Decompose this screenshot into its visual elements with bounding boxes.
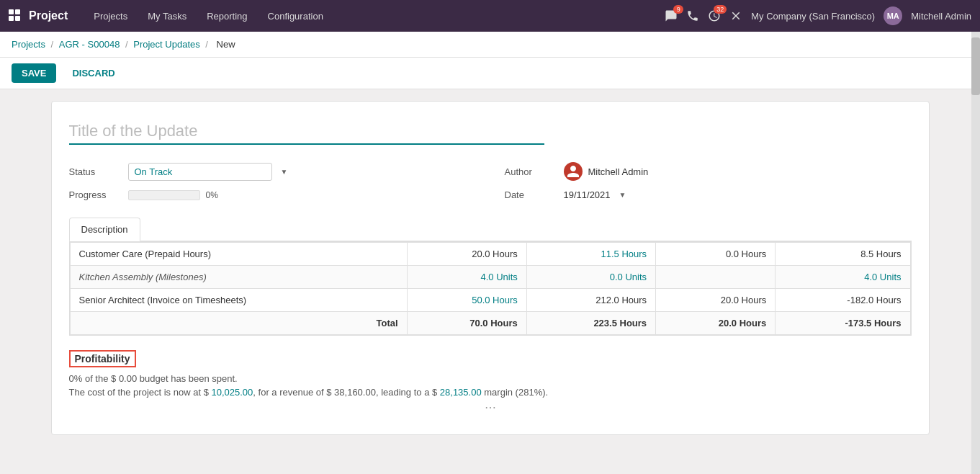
nav-projects[interactable]: Projects	[85, 6, 136, 26]
phone-icon[interactable]	[686, 9, 699, 22]
close-icon[interactable]	[729, 9, 742, 22]
row-col2-2: 212.0 Hours	[526, 289, 655, 312]
table-row: Kitchen Assembly (Milestones) 4.0 Units …	[70, 266, 910, 289]
description-table: Customer Care (Prepaid Hours) 20.0 Hours…	[70, 242, 911, 335]
svg-rect-2	[9, 16, 14, 21]
breadcrumb-project-updates[interactable]: Project Updates	[133, 39, 200, 50]
profitability-cost-value: 10,025.00	[212, 387, 253, 398]
date-chevron-icon: ▼	[619, 191, 626, 199]
svg-rect-0	[9, 9, 14, 14]
chat-badge: 9	[673, 5, 683, 14]
status-chevron-icon: ▼	[281, 168, 288, 176]
nav-my-tasks[interactable]: My Tasks	[139, 6, 195, 26]
breadcrumb: Projects / AGR - S00048 / Project Update…	[0, 32, 980, 58]
main-content: Status On Track ▼ Author Mitchell Admin …	[0, 89, 980, 447]
date-value: 19/11/2021 ▼	[564, 189, 912, 200]
status-label: Status	[69, 166, 120, 177]
nav-reporting[interactable]: Reporting	[198, 6, 256, 26]
profitability-line2: The cost of the project is now at $ 10,0…	[69, 387, 912, 398]
table-row: Customer Care (Prepaid Hours) 20.0 Hours…	[70, 243, 910, 266]
discard-button[interactable]: DISCARD	[62, 63, 125, 83]
avatar: MA	[884, 6, 902, 25]
progress-bar[interactable]	[128, 190, 200, 200]
page-scrollbar[interactable]	[971, 32, 980, 447]
author-avatar	[564, 162, 583, 181]
top-nav: Project Projects My Tasks Reporting Conf…	[0, 0, 980, 32]
row-col1-1: 4.0 Units	[407, 266, 526, 289]
svg-rect-1	[15, 9, 20, 14]
tab-description[interactable]: Description	[69, 218, 140, 241]
row-col2-0: 11.5 Hours	[526, 243, 655, 266]
status-value: On Track ▼	[128, 163, 476, 181]
total-col1: 70.0 Hours	[407, 312, 526, 335]
app-title: Project	[29, 9, 68, 22]
clock-badge: 32	[714, 5, 727, 14]
page-scrollbar-thumb[interactable]	[971, 37, 980, 95]
breadcrumb-projects[interactable]: Projects	[12, 39, 45, 50]
date-label: Date	[505, 189, 555, 200]
author-field-row: Author Mitchell Admin	[505, 162, 912, 181]
row-col1-2: 50.0 Hours	[407, 289, 526, 312]
status-select[interactable]: On Track	[128, 163, 272, 181]
company-name: My Company (San Francisco)	[751, 11, 875, 22]
total-col4: -173.5 Hours	[776, 312, 910, 335]
title-input[interactable]	[69, 119, 544, 145]
table-row: Senior Architect (Invoice on Timesheets)…	[70, 289, 910, 312]
bottom-scroll: ⋯	[69, 398, 912, 417]
progress-label: Progress	[69, 189, 120, 200]
profitability-suffix: margin (281%).	[482, 387, 548, 398]
profitability-section: Profitability 0% of the $ 0.00 budget ha…	[69, 350, 912, 398]
author-name: Mitchell Admin	[588, 166, 649, 177]
row-name-1: Kitchen Assembly (Milestones)	[70, 266, 407, 289]
row-col4-2: -182.0 Hours	[776, 289, 910, 312]
tabs: Description	[69, 218, 912, 241]
status-field-row: Status On Track ▼	[69, 162, 476, 181]
author-label: Author	[505, 166, 555, 177]
date-field-row: Date 19/11/2021 ▼	[505, 189, 912, 200]
app-grid-icon[interactable]	[9, 9, 22, 22]
clock-icon-badge[interactable]: 32	[708, 9, 721, 22]
user-name: Mitchell Admin	[911, 11, 971, 22]
row-name-0: Customer Care (Prepaid Hours)	[70, 243, 407, 266]
date-text: 19/11/2021	[564, 189, 611, 200]
row-col1-0: 20.0 Hours	[407, 243, 526, 266]
row-col2-1: 0.0 Units	[526, 266, 655, 289]
row-col3-2: 20.0 Hours	[656, 289, 776, 312]
nav-right: 9 32 My Company (San Francisco) MA Mitch…	[665, 6, 971, 25]
profitability-title[interactable]: Profitability	[69, 350, 136, 367]
save-button[interactable]: SAVE	[12, 63, 56, 83]
profitability-margin: 28,135.00	[440, 387, 482, 398]
nav-links: Projects My Tasks Reporting Configuratio…	[85, 6, 665, 26]
row-col3-0: 0.0 Hours	[656, 243, 776, 266]
breadcrumb-new: New	[217, 39, 235, 50]
progress-field-row: Progress 0%	[69, 189, 476, 200]
svg-rect-3	[15, 16, 20, 21]
profitability-line1: 0% of the $ 0.00 budget has been spent.	[69, 373, 912, 384]
total-col3: 20.0 Hours	[656, 312, 776, 335]
author-value: Mitchell Admin	[564, 162, 912, 181]
action-bar: SAVE DISCARD	[0, 58, 980, 89]
profitability-prefix: The cost of the project is now at $	[69, 387, 212, 398]
breadcrumb-agr[interactable]: AGR - S00048	[59, 39, 120, 50]
chat-icon-badge[interactable]: 9	[665, 9, 678, 22]
fields-grid: Status On Track ▼ Author Mitchell Admin …	[69, 162, 912, 200]
row-name-2: Senior Architect (Invoice on Timesheets)	[70, 289, 407, 312]
progress-pct: 0%	[206, 190, 218, 200]
total-label: Total	[70, 312, 407, 335]
form-card: Status On Track ▼ Author Mitchell Admin …	[51, 101, 930, 435]
total-col2: 223.5 Hours	[526, 312, 655, 335]
profitability-mid: , for a revenue of $ 38,160.00, leading …	[253, 387, 439, 398]
row-col4-1: 4.0 Units	[776, 266, 910, 289]
nav-configuration[interactable]: Configuration	[259, 6, 332, 26]
row-col4-0: 8.5 Hours	[776, 243, 910, 266]
table-total-row: Total 70.0 Hours 223.5 Hours 20.0 Hours …	[70, 312, 910, 335]
progress-value: 0%	[128, 190, 476, 200]
description-table-container[interactable]: Customer Care (Prepaid Hours) 20.0 Hours…	[69, 241, 912, 336]
row-col3-1	[656, 266, 776, 289]
